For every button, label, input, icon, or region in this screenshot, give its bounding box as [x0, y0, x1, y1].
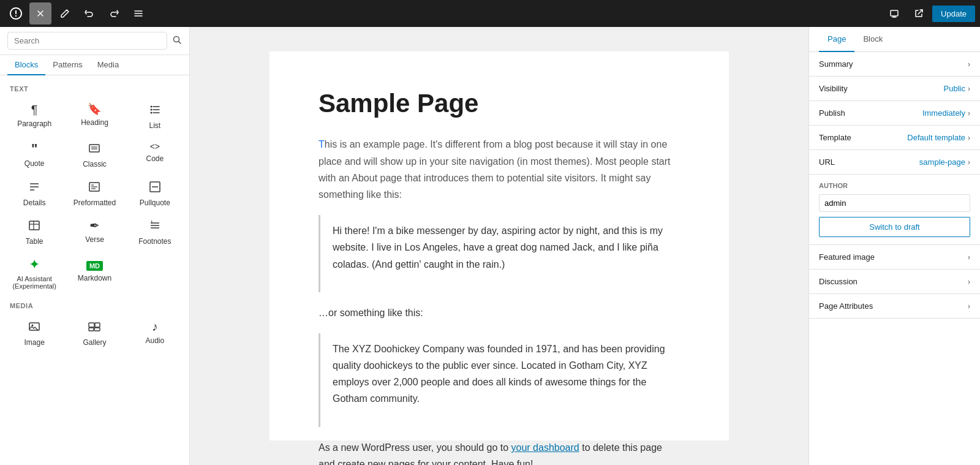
media-blocks-grid: Image Gallery ♪ Audio	[0, 312, 189, 354]
code-label: Code	[146, 154, 164, 163]
block-classic[interactable]: Classic	[65, 136, 124, 173]
search-icon[interactable]	[172, 35, 182, 47]
publish-chevron: ›	[968, 109, 970, 118]
block-preformatted[interactable]: Preformatted	[65, 175, 124, 212]
search-input[interactable]	[7, 32, 167, 50]
tab-media[interactable]: Media	[90, 55, 126, 75]
left-sidebar: Blocks Patterns Media TEXT ¶ Paragraph 🔖…	[0, 27, 190, 465]
block-code[interactable]: <> Code	[126, 136, 184, 173]
markdown-icon: MD	[86, 258, 103, 270]
block-footnotes[interactable]: 1 Footnotes	[126, 213, 184, 251]
edit-button[interactable]	[54, 2, 76, 25]
tab-block[interactable]: Block	[854, 27, 891, 52]
template-header[interactable]: Template Default template ›	[819, 133, 970, 142]
verse-label: Verse	[85, 235, 104, 244]
main-layout: Blocks Patterns Media TEXT ¶ Paragraph 🔖…	[0, 27, 980, 465]
undo-button[interactable]	[78, 2, 100, 25]
page-attributes-header[interactable]: Page Attributes ›	[819, 301, 970, 311]
block-details[interactable]: Details	[5, 175, 64, 212]
svg-rect-32	[94, 328, 100, 331]
pullquote-icon	[149, 181, 161, 195]
author-content	[819, 194, 970, 212]
featured-image-header[interactable]: Featured image ›	[819, 252, 970, 262]
footnotes-icon: 1	[149, 219, 161, 233]
url-label: URL	[819, 157, 835, 167]
publish-label: Publish	[819, 108, 845, 118]
visibility-label: Visibility	[819, 84, 848, 93]
preformatted-icon	[88, 181, 100, 195]
visibility-header[interactable]: Visibility Public ›	[819, 84, 970, 93]
url-header[interactable]: URL sample-page ›	[819, 157, 970, 167]
url-value: sample-page	[919, 157, 965, 167]
topbar: Update	[0, 0, 980, 27]
image-icon	[28, 320, 40, 335]
page-title[interactable]: Sample Page	[318, 88, 680, 119]
block-markdown[interactable]: MD Markdown	[65, 252, 124, 295]
block-ai-assistant[interactable]: ✦ AI Assistant (Experimental)	[5, 252, 64, 295]
block-list[interactable]: List	[126, 97, 184, 135]
author-section: AUTHOR Switch to draft	[809, 175, 980, 245]
block-gallery[interactable]: Gallery	[65, 314, 124, 352]
editor-area[interactable]: Sample Page This is an example page. It'…	[190, 27, 809, 465]
update-button[interactable]: Update	[932, 6, 975, 22]
template-section: Template Default template ›	[809, 126, 980, 150]
quote-label: Quote	[24, 159, 45, 168]
view-page-button[interactable]	[908, 2, 930, 25]
audio-icon: ♪	[152, 320, 158, 333]
intro-paragraph[interactable]: This is an example page. It's different …	[318, 136, 680, 203]
svg-rect-31	[89, 328, 94, 331]
summary-label: Summary	[819, 59, 853, 69]
gallery-label: Gallery	[83, 338, 106, 347]
right-panel: Page Block Summary › Visibility Public ›	[809, 27, 980, 465]
template-chevron: ›	[968, 134, 970, 142]
block-verse[interactable]: ✒ Verse	[65, 213, 124, 251]
featured-image-section: Featured image ›	[809, 245, 980, 270]
block-audio[interactable]: ♪ Audio	[126, 314, 184, 352]
svg-point-7	[150, 112, 152, 114]
redo-button[interactable]	[103, 2, 125, 25]
switch-to-draft-button[interactable]: Switch to draft	[819, 217, 970, 237]
dashboard-link[interactable]: your dashboard	[511, 442, 579, 453]
page-attributes-label: Page Attributes	[819, 301, 873, 311]
block-quote[interactable]: " Quote	[5, 136, 64, 173]
block-heading[interactable]: 🔖 Heading	[65, 97, 124, 135]
list-view-button[interactable]	[127, 2, 149, 25]
or-paragraph[interactable]: …or something like this:	[318, 304, 680, 321]
publish-header[interactable]: Publish Immediately ›	[819, 108, 970, 118]
discussion-chevron: ›	[968, 278, 970, 286]
text-blocks-grid: ¶ Paragraph 🔖 Heading List "	[0, 95, 189, 297]
audio-label: Audio	[145, 336, 164, 345]
tab-blocks[interactable]: Blocks	[7, 55, 45, 75]
table-label: Table	[26, 237, 43, 246]
heading-label: Heading	[81, 118, 108, 127]
page-attributes-chevron: ›	[968, 302, 970, 311]
block-table[interactable]: Table	[5, 213, 64, 251]
preformatted-label: Preformatted	[74, 198, 116, 207]
discussion-header[interactable]: Discussion ›	[819, 277, 970, 286]
svg-point-6	[150, 109, 152, 111]
summary-header[interactable]: Summary ›	[819, 59, 970, 69]
image-label: Image	[24, 338, 44, 347]
search-bar	[0, 27, 189, 55]
visibility-chevron: ›	[968, 85, 970, 93]
tab-page[interactable]: Page	[819, 27, 854, 52]
blockquote-2: The XYZ Doohickey Company was founded in…	[318, 333, 680, 427]
author-input[interactable]	[819, 194, 970, 212]
block-paragraph[interactable]: ¶ Paragraph	[5, 97, 64, 135]
wp-logo[interactable]	[5, 2, 27, 25]
tab-patterns[interactable]: Patterns	[45, 55, 89, 75]
publish-section: Publish Immediately ›	[809, 101, 980, 126]
block-pullquote[interactable]: Pullquote	[126, 175, 184, 212]
close-button[interactable]	[29, 2, 51, 25]
list-label: List	[149, 121, 160, 130]
blockquote-1-text: Hi there! I'm a bike messenger by day, a…	[333, 222, 668, 273]
heading-icon: 🔖	[88, 104, 101, 115]
svg-rect-0	[891, 10, 898, 16]
details-label: Details	[23, 198, 46, 207]
closing-paragraph[interactable]: As a new WordPress user, you should go t…	[318, 439, 680, 465]
gallery-icon	[88, 320, 100, 335]
preview-button[interactable]	[883, 2, 905, 25]
discussion-section: Discussion ›	[809, 270, 980, 294]
block-image[interactable]: Image	[5, 314, 64, 352]
blockquote-2-text: The XYZ Doohickey Company was founded in…	[333, 341, 668, 407]
